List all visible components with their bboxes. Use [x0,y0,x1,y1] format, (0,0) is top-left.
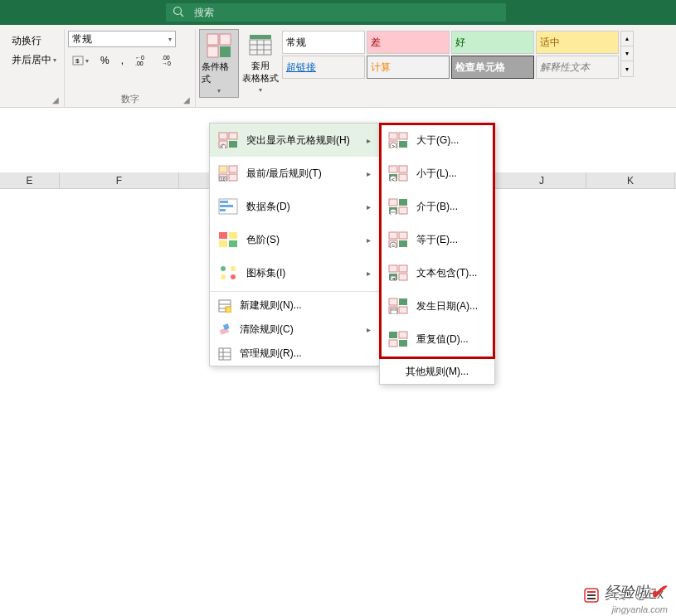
chevron-right-icon: ▸ [367,136,371,145]
between-icon [388,198,408,215]
submenu-date-occurring[interactable]: 发生日期(A)... [380,289,494,323]
increase-decimal-button[interactable]: ←0.00 [131,52,154,69]
svg-rect-52 [399,133,407,139]
col-header[interactable]: E [0,172,60,188]
submenu-more-rules[interactable]: 其他规则(M)... [380,360,494,384]
svg-rect-60 [399,174,407,181]
search-icon [173,6,184,20]
svg-rect-9 [220,34,231,45]
svg-rect-13 [250,40,271,55]
titlebar: 搜索 [0,0,676,25]
submenu-less-than[interactable]: < 小于(L)... [380,157,494,190]
highlight-rules-submenu: > 大于(G)... < 小于(L)... 介于(B)... = 等于(E)..… [379,123,495,385]
highlight-rules-icon [218,132,238,148]
chevron-down-icon: ▾ [85,57,89,65]
scroll-down-button[interactable]: ▾ [621,46,633,61]
group-label: 数字 [65,93,195,105]
table-format-button[interactable]: 套用 表格格式 ▾ [241,29,280,96]
dialog-launcher-icon[interactable]: ◢ [183,95,193,105]
menu-highlight-rules[interactable]: 突出显示单元格规则(H) ▸ [210,124,379,157]
menu-new-rule[interactable]: 新建规则(N)... [210,293,379,318]
svg-rect-78 [399,274,407,280]
style-normal[interactable]: 常规 [282,31,365,54]
equal-to-icon: = [388,231,408,248]
col-header[interactable]: F [60,172,179,188]
svg-rect-47 [219,348,231,360]
svg-rect-18 [219,133,227,139]
menu-separator [380,357,494,358]
greater-than-icon: > [388,132,408,148]
style-hyperlink[interactable]: 超链接 [282,56,365,79]
search-box[interactable]: 搜索 [166,3,506,22]
svg-rect-63 [389,199,397,206]
svg-rect-90 [399,340,407,347]
menu-data-bars[interactable]: 数据条(D) ▸ [210,190,379,223]
svg-text:=: = [391,243,395,248]
comma-button[interactable]: , [117,52,128,69]
style-neutral[interactable]: 适中 [536,31,619,54]
scroll-up-button[interactable]: ▴ [621,32,633,46]
decrease-decimal-button[interactable]: .00→0 [158,52,181,69]
chevron-down-icon: ▾ [53,56,56,64]
percent-button[interactable]: % [96,52,114,69]
svg-point-37 [221,266,226,271]
currency-button[interactable]: $ ▾ [68,52,93,69]
dialog-launcher-icon[interactable]: ◢ [52,95,62,105]
menu-top-bottom[interactable]: 10 最前/最后规则(T) ▸ [210,157,379,190]
svg-rect-58 [399,166,407,172]
submenu-greater-than[interactable]: > 大于(G)... [380,124,494,157]
submenu-between[interactable]: 介于(B)... [380,190,494,223]
svg-rect-92 [587,591,596,593]
menu-separator [210,291,379,292]
duplicate-icon [388,331,408,347]
style-bad[interactable]: 差 [367,31,450,54]
svg-text:10: 10 [221,177,226,182]
less-than-icon: < [388,165,408,182]
style-calculation[interactable]: 计算 [367,56,450,79]
color-scales-icon [218,231,238,248]
svg-rect-54 [399,141,407,148]
svg-point-0 [174,7,182,14]
style-explanatory[interactable]: 解释性文本 [536,56,619,79]
style-check-cell[interactable]: 检查单元格 [451,56,534,79]
alignment-group: 动换行 并后居中 ▾ ◢ [5,29,65,107]
col-header[interactable]: J [498,172,586,188]
menu-manage-rules[interactable]: 管理规则(R)... [210,342,379,366]
submenu-equal-to[interactable]: = 等于(E)... [380,223,494,256]
svg-text:$: $ [75,57,80,65]
svg-rect-84 [399,307,407,313]
submenu-text-contains[interactable]: a 文本包含(T)... [380,256,494,289]
svg-rect-24 [229,166,237,172]
svg-rect-31 [220,205,233,207]
svg-rect-81 [389,298,397,305]
number-format-select[interactable]: 常规 ▾ [68,31,176,47]
watermark-brand: 经验啦 ✔ [605,580,666,604]
menu-clear-rules[interactable]: 清除规则(C) ▸ [210,318,379,342]
icon-sets-icon [218,264,238,281]
svg-rect-30 [220,201,228,203]
menu-color-scales[interactable]: 色阶(S) ▸ [210,223,379,256]
svg-rect-32 [220,209,226,211]
search-placeholder: 搜索 [194,6,214,20]
col-header[interactable]: K [586,172,675,188]
svg-text:>: > [391,143,395,148]
menu-icon-sets[interactable]: 图标集(I) ▸ [210,256,379,289]
table-format-icon [247,32,274,58]
chevron-right-icon: ▸ [367,269,371,278]
conditional-format-button[interactable]: 条件格式 ▾ [199,29,239,98]
svg-rect-57 [389,166,397,172]
styles-scroll: ▴ ▾ ▾ [620,31,634,77]
expand-gallery-button[interactable]: ▾ [621,61,633,76]
svg-rect-87 [389,332,397,338]
submenu-duplicate[interactable]: 重复值(D)... [380,323,494,356]
wrap-text-button[interactable]: 动换行 [8,32,60,50]
svg-rect-10 [207,46,218,57]
number-group: 常规 ▾ $ ▾ % , ←0.00 .00→0 数字 ◢ [65,29,196,107]
svg-line-1 [181,13,184,17]
svg-text:<: < [391,177,395,182]
svg-rect-8 [207,34,218,45]
style-good[interactable]: 好 [451,31,534,54]
chevron-right-icon: ▸ [367,169,371,178]
merge-center-button[interactable]: 并后居中 ▾ [8,51,60,69]
svg-text:.00: .00 [162,55,170,61]
